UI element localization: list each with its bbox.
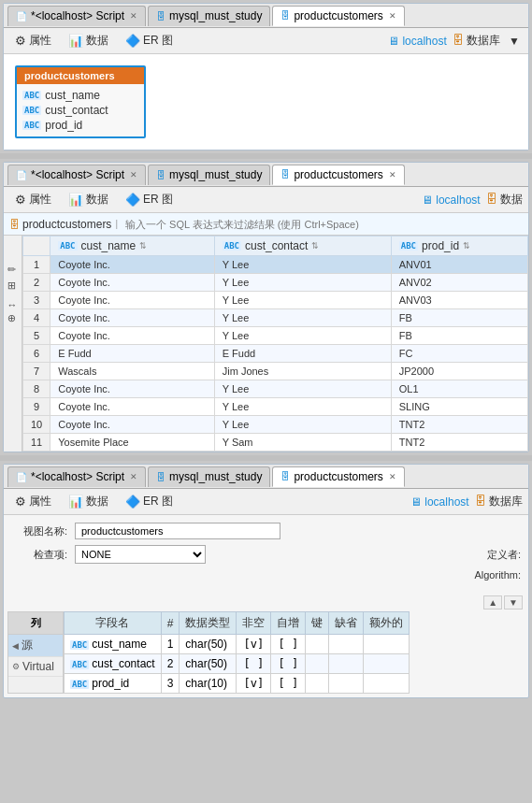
er-btn-2[interactable]: 🔷 ER 图 [120, 190, 179, 209]
table-row[interactable]: 6 E Fudd E Fudd FC [23, 345, 528, 363]
col-def-row[interactable]: ABCcust_name 1 char(50) [v] [ ] [65, 635, 410, 654]
cell-cust-name[interactable]: Coyote Inc. [50, 256, 214, 274]
tab-productcustomers-1[interactable]: 🗄 productcustomers ✕ [272, 6, 404, 26]
cell-prod-id[interactable]: SLING [391, 398, 527, 416]
cell-cust-contact[interactable]: Y Lee [214, 256, 391, 274]
cell-prod-id[interactable]: TNT2 [391, 434, 527, 452]
cell-cust-name[interactable]: Coyote Inc. [50, 292, 214, 309]
tab-close-3[interactable]: ✕ [130, 472, 137, 481]
sidebar-item-source[interactable]: ◀ 源 [8, 635, 63, 657]
table-row[interactable]: 9 Coyote Inc. Y Lee SLING [23, 398, 528, 416]
cell-cust-contact[interactable]: E Fudd [214, 345, 391, 363]
cell-prod-id[interactable]: JP2000 [391, 363, 527, 380]
col-autoinc[interactable]: [ ] [271, 635, 306, 654]
cell-cust-name[interactable]: Coyote Inc. [50, 327, 214, 345]
cell-prod-id[interactable]: OL1 [391, 380, 527, 398]
cell-cust-contact[interactable]: Y Lee [214, 327, 391, 345]
col-def-row[interactable]: ABCprod_id 3 char(10) [v] [ ] [65, 674, 410, 694]
row-sort-icon[interactable]: ↕ [7, 303, 19, 308]
cell-cust-name[interactable]: Coyote Inc. [50, 380, 214, 398]
sort-icon-2[interactable]: ⇅ [311, 241, 319, 251]
cell-cust-contact[interactable]: Y Lee [214, 416, 391, 434]
table-row[interactable]: 2 Coyote Inc. Y Lee ANV02 [23, 274, 528, 292]
row-edit-icon[interactable]: ✏ [7, 264, 19, 276]
table-row[interactable]: 11 Yosemite Place Y Sam TNT2 [23, 434, 528, 452]
row-copy-icon[interactable]: ⊕ [7, 314, 19, 323]
col-field-name[interactable]: ABCprod_id [65, 674, 162, 694]
scroll-down-btn[interactable]: ▼ [504, 595, 523, 609]
sort-icon-3[interactable]: ⇅ [463, 241, 470, 251]
th-prod-id[interactable]: ABC prod_id ⇅ [391, 237, 527, 256]
view-name-input[interactable] [75, 523, 280, 539]
cell-cust-name[interactable]: Coyote Inc. [50, 309, 214, 327]
col-field-name[interactable]: ABCcust_contact [65, 654, 162, 674]
cell-cust-name[interactable]: E Fudd [50, 345, 214, 363]
tab-close-pc-3[interactable]: ✕ [389, 472, 396, 481]
cell-cust-contact[interactable]: Jim Jones [214, 363, 391, 380]
tab-pc-2[interactable]: 🗄 productcustomers ✕ [272, 165, 404, 185]
check-select[interactable]: NONE CASCADED LOCAL [75, 545, 206, 564]
er-btn-1[interactable]: 🔷 ER 图 [120, 31, 179, 50]
er-table-box[interactable]: productcustomers ABC cust_name ABC cust_… [15, 65, 146, 138]
tab-db-3[interactable]: 🗄 mysql_must_study [148, 466, 270, 487]
er-btn-3[interactable]: 🔷 ER 图 [120, 492, 179, 511]
data-btn-1[interactable]: 📊 数据 [63, 31, 114, 50]
tab-db-2[interactable]: 🗄 mysql_must_study [148, 165, 270, 185]
cell-prod-id[interactable]: FB [391, 327, 527, 345]
table-row[interactable]: 10 Coyote Inc. Y Lee TNT2 [23, 416, 528, 434]
tab-db-1[interactable]: 🗄 mysql_must_study [148, 6, 270, 26]
cell-cust-contact[interactable]: Y Lee [214, 398, 391, 416]
cell-cust-contact[interactable]: Y Lee [214, 274, 391, 292]
cell-cust-contact[interactable]: Y Sam [214, 434, 391, 452]
th-cust-contact[interactable]: ABC cust_contact ⇅ [214, 237, 391, 256]
data-btn-2[interactable]: 📊 数据 [63, 190, 114, 209]
cell-prod-id[interactable]: FB [391, 309, 527, 327]
tab-close-pc-2[interactable]: ✕ [389, 170, 396, 179]
col-notnull[interactable]: [v] [237, 674, 271, 694]
col-notnull[interactable]: [ ] [237, 654, 271, 674]
filter-input[interactable] [122, 219, 523, 230]
scroll-up-btn[interactable]: ▲ [483, 595, 502, 609]
cell-prod-id[interactable]: ANV02 [391, 274, 527, 292]
col-autoinc[interactable]: [ ] [271, 674, 306, 694]
cell-cust-name[interactable]: Coyote Inc. [50, 416, 214, 434]
tab-script-3[interactable]: 📄 *<localhost> Script ✕ [7, 466, 146, 487]
attrs-btn-1[interactable]: ⚙ 属性 [9, 31, 57, 50]
attrs-btn-2[interactable]: ⚙ 属性 [9, 190, 57, 209]
table-row[interactable]: 1 Coyote Inc. Y Lee ANV01 [23, 256, 528, 274]
row-filter-icon[interactable]: ⊞ [7, 281, 19, 290]
tab-close-2[interactable]: ✕ [130, 170, 137, 179]
table-row[interactable]: 3 Coyote Inc. Y Lee ANV03 [23, 292, 528, 309]
cell-cust-name[interactable]: Yosemite Place [50, 434, 214, 452]
tab-close-pc-1[interactable]: ✕ [389, 11, 396, 21]
th-cust-name[interactable]: ABC cust_name ⇅ [50, 237, 214, 256]
attrs-btn-3[interactable]: ⚙ 属性 [9, 492, 57, 511]
tab-close-1[interactable]: ✕ [130, 11, 137, 21]
col-field-name[interactable]: ABCcust_name [65, 635, 162, 654]
tab-script-1[interactable]: 📄 *<localhost> Script ✕ [7, 6, 146, 26]
table-row[interactable]: 5 Coyote Inc. Y Lee FB [23, 327, 528, 345]
table-row[interactable]: 8 Coyote Inc. Y Lee OL1 [23, 380, 528, 398]
col-autoinc[interactable]: [ ] [271, 654, 306, 674]
table-row[interactable]: 7 Wascals Jim Jones JP2000 [23, 363, 528, 380]
cell-prod-id[interactable]: FC [391, 345, 527, 363]
table-row[interactable]: 4 Coyote Inc. Y Lee FB [23, 309, 528, 327]
cell-cust-name[interactable]: Coyote Inc. [50, 398, 214, 416]
sort-icon-1[interactable]: ⇅ [139, 241, 147, 251]
cell-prod-id[interactable]: ANV01 [391, 256, 527, 274]
cell-cust-name[interactable]: Coyote Inc. [50, 274, 214, 292]
cell-cust-contact[interactable]: Y Lee [214, 309, 391, 327]
tab-pc-3[interactable]: 🗄 productcustomers ✕ [272, 466, 404, 487]
cell-prod-id[interactable]: ANV03 [391, 292, 527, 309]
cell-cust-contact[interactable]: Y Lee [214, 380, 391, 398]
col-notnull[interactable]: [v] [237, 635, 271, 654]
dropdown-btn-1[interactable]: ▼ [506, 34, 523, 49]
data-btn-3[interactable]: 📊 数据 [63, 492, 114, 511]
cell-cust-contact[interactable]: Y Lee [214, 292, 391, 309]
cell-prod-id[interactable]: TNT2 [391, 416, 527, 434]
th-label-1: cust_name [81, 239, 137, 252]
col-def-row[interactable]: ABCcust_contact 2 char(50) [ ] [ ] [65, 654, 410, 674]
cell-cust-name[interactable]: Wascals [50, 363, 214, 380]
tab-script-2[interactable]: 📄 *<localhost> Script ✕ [7, 165, 146, 185]
sidebar-item-virtual[interactable]: ⚙ Virtual [8, 657, 63, 677]
